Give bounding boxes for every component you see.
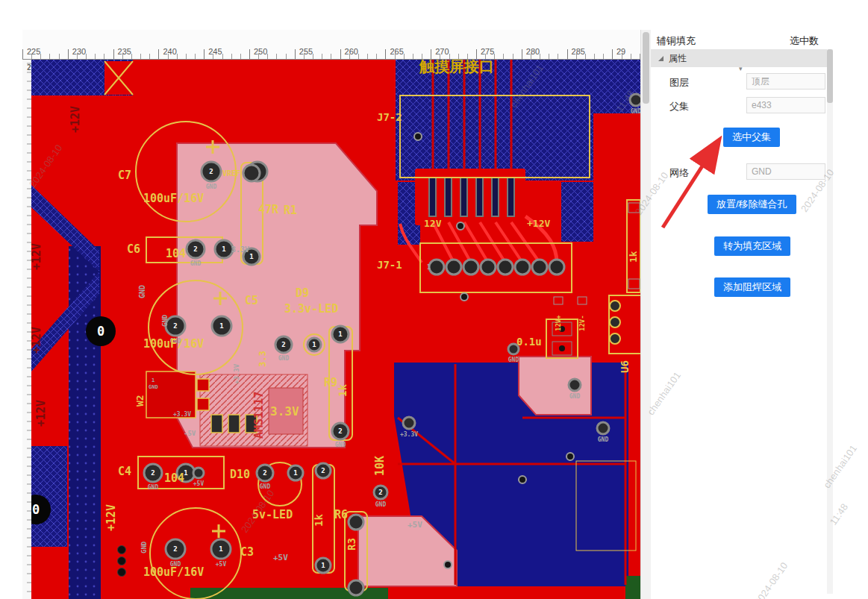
pcb-text: R9 xyxy=(324,376,337,389)
pcb-text: J7-1 xyxy=(377,259,402,271)
panel-scrollbar[interactable] xyxy=(827,49,833,594)
pcb-text: GND xyxy=(631,108,640,115)
j72-slot xyxy=(429,178,436,216)
pcb-text: GND xyxy=(375,501,387,508)
parent-field xyxy=(746,97,825,113)
ruler-major-ticks xyxy=(22,49,640,59)
pad xyxy=(243,165,260,181)
pcb-text: +5V xyxy=(408,520,422,530)
pcb-text: +3.3V xyxy=(400,431,418,438)
pcb-text: 2 xyxy=(173,322,177,330)
pcb-text: GND xyxy=(278,355,290,362)
pad xyxy=(349,580,363,595)
ruler-label: 285 xyxy=(572,47,585,56)
pcb-text: 1 xyxy=(293,469,297,477)
pcb-text: 2 xyxy=(193,245,197,253)
pcb-text: +12V xyxy=(34,400,48,427)
pcb-text: +12V xyxy=(104,504,118,531)
pcb-text: R6 xyxy=(334,508,348,521)
pcb-text: +12V xyxy=(30,327,43,354)
panel-scrollbar-thumb[interactable] xyxy=(827,49,833,103)
via xyxy=(414,133,422,140)
pcb-text: GND xyxy=(161,314,169,327)
selected-count-label: 选中数 xyxy=(790,34,819,48)
pcb-text: 2 xyxy=(263,469,266,477)
pcb-text: -5V xyxy=(184,430,196,437)
trace-clearance xyxy=(561,182,593,242)
j72-slot xyxy=(460,178,467,216)
pcb-text: +5V xyxy=(193,480,204,487)
pad xyxy=(403,417,415,429)
pcb-text: 3.3v-LED xyxy=(284,302,338,316)
pcb-text: GND xyxy=(260,483,271,490)
pcb-text: 1 xyxy=(321,562,325,569)
pcb-text: 2 xyxy=(321,467,325,474)
canvas-scrollbar-vertical[interactable] xyxy=(640,30,651,599)
j72-slot xyxy=(445,178,452,216)
pcb-text: 1 xyxy=(152,377,154,383)
pad xyxy=(630,94,640,106)
collapse-icon xyxy=(658,56,664,61)
pcb-canvas[interactable]: 2GND12GND112GND12GND112GND2GND1+5V2GND12… xyxy=(22,60,640,599)
pcb-text: 104 xyxy=(164,471,184,485)
ruler-label: 230 xyxy=(72,47,86,56)
pcb-text: J7-2 xyxy=(377,111,402,123)
pcb-text: R1 xyxy=(284,204,297,217)
pcb-text: GND xyxy=(335,442,346,448)
pcb-text: +3.3V xyxy=(233,363,240,384)
place-remove-stitching-button[interactable]: 放置/移除缝合孔 xyxy=(708,195,796,214)
properties-header-label: 属性 xyxy=(669,52,687,65)
pcb-text: AMS1117 xyxy=(252,392,266,439)
pcb-text: GND xyxy=(569,393,581,400)
parent-field-label: 父集 xyxy=(669,100,689,113)
j71-pad xyxy=(446,260,461,275)
via xyxy=(519,476,526,483)
pcb-text: 触摸屏接口 xyxy=(419,60,494,75)
ruler-label: 275 xyxy=(481,47,494,56)
pcb-text: 12V xyxy=(424,218,442,229)
net-field-label: 网络 xyxy=(669,166,689,180)
select-parent-button[interactable]: 选中父集 xyxy=(723,128,780,147)
pcb-text: 0.1u xyxy=(516,336,542,348)
ruler-label: 280 xyxy=(526,47,540,56)
j72-slot xyxy=(508,178,514,216)
add-solder-mask-button[interactable]: 添加阻焊区域 xyxy=(714,277,790,297)
pcb-text: 1k xyxy=(628,251,639,263)
pcb-text: 0 xyxy=(32,502,40,517)
via xyxy=(566,453,574,460)
ruler-label-partial: 29 xyxy=(616,47,625,56)
pcb-text: +12V xyxy=(69,106,82,133)
j71-pad xyxy=(515,260,530,275)
pcb-text: 5v-LED xyxy=(252,508,293,521)
bottom-layer-strip xyxy=(625,576,640,599)
pcb-text: +5V xyxy=(273,553,288,562)
pad xyxy=(193,468,204,478)
pcb-text: C4 xyxy=(118,465,131,478)
pcb-text: GND xyxy=(206,184,217,190)
pcb-text: 104 xyxy=(166,247,186,260)
ruler-label: 245 xyxy=(208,47,222,56)
pcb-text: 0 xyxy=(97,324,104,339)
canvas-scrollbar-thumb[interactable] xyxy=(643,32,649,104)
via xyxy=(444,561,452,568)
via-stitch-column xyxy=(118,546,126,577)
pcb-text: 47R xyxy=(258,203,279,216)
j71-pad xyxy=(429,260,444,275)
pcb-text: GND xyxy=(138,285,146,298)
j71-pad xyxy=(532,260,547,275)
pcb-text: 100uF/16V xyxy=(143,337,204,351)
pcb-text: 10K xyxy=(373,456,387,476)
pcb-text: C7 xyxy=(118,169,131,182)
j72-slot xyxy=(492,178,499,216)
expander-arrow-icon[interactable]: ▾ xyxy=(739,65,743,72)
pcb-text: 12V+ xyxy=(555,315,562,331)
pcb-text: 1 xyxy=(427,264,431,271)
pcb-text: 1k xyxy=(337,384,349,397)
ruler-label: 270 xyxy=(435,47,449,56)
properties-panel: 辅铜填充 选中数 属性 ▾ 图层 父集 选中父集 网络 放置/移除缝合孔 转为填… xyxy=(651,30,868,599)
pcb-text: R3 xyxy=(346,538,357,551)
pcb-text: GND xyxy=(508,357,519,363)
pcb-text: 1 xyxy=(219,322,223,330)
convert-to-fill-button[interactable]: 转为填充区域 xyxy=(714,236,790,256)
j71-pad xyxy=(549,260,564,275)
